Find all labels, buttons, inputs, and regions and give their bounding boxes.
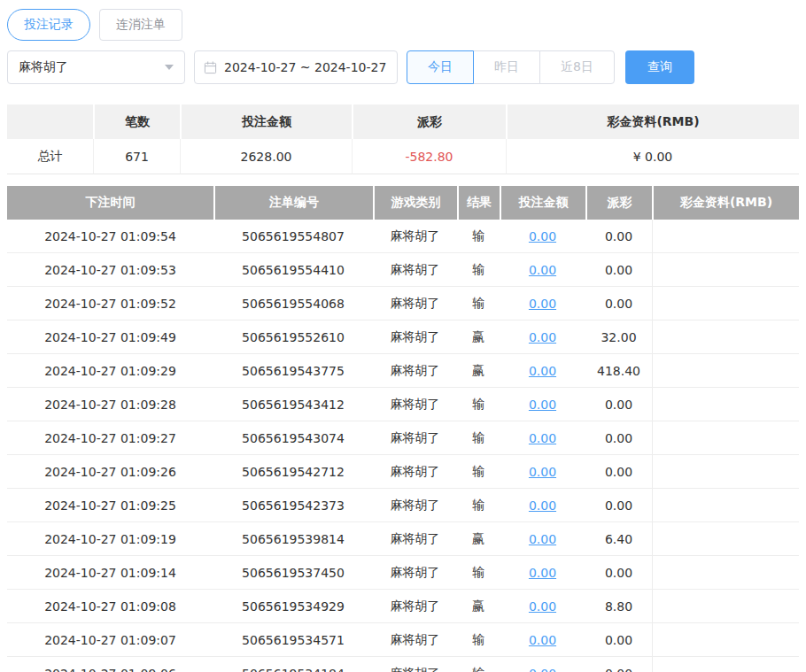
cell-time: 2024-10-27 01:09:06 bbox=[7, 657, 213, 672]
cell-time: 2024-10-27 01:09:08 bbox=[7, 590, 213, 622]
cell-bet-amount: 0.00 bbox=[500, 421, 585, 454]
cell-order-id: 5065619554807 bbox=[213, 220, 373, 252]
calendar-icon bbox=[204, 61, 217, 74]
summary-total-bet-amount: 2628.00 bbox=[180, 139, 352, 174]
tab-betting-records[interactable]: 投注记录 bbox=[7, 9, 90, 41]
bet-amount-link[interactable]: 0.00 bbox=[529, 263, 556, 277]
tab-cancelled-orders[interactable]: 连消注单 bbox=[99, 9, 182, 41]
summary-header-count: 笔数 bbox=[93, 104, 180, 139]
cell-order-id: 5065619542712 bbox=[213, 455, 373, 488]
cell-bet-amount: 0.00 bbox=[500, 522, 585, 555]
cell-payout: 0.00 bbox=[585, 287, 652, 320]
table-row: 2024-10-27 01:09:535065619554410麻将胡了输0.0… bbox=[7, 253, 799, 287]
cell-order-id: 5065619534929 bbox=[213, 590, 373, 622]
cell-time: 2024-10-27 01:09:14 bbox=[7, 556, 213, 589]
cell-payout: 0.00 bbox=[585, 388, 652, 421]
summary-header-bet-amount: 投注金额 bbox=[180, 104, 352, 139]
bet-amount-link[interactable]: 0.00 bbox=[529, 364, 556, 378]
bet-amount-link[interactable]: 0.00 bbox=[529, 229, 556, 243]
cell-bonus bbox=[652, 388, 799, 421]
cell-payout: 0.00 bbox=[585, 556, 652, 589]
cell-result: 赢 bbox=[457, 321, 500, 353]
cell-time: 2024-10-27 01:09:53 bbox=[7, 253, 213, 286]
bet-amount-link[interactable]: 0.00 bbox=[529, 431, 556, 445]
quick-btn-today[interactable]: 今日 bbox=[407, 50, 474, 84]
col-header-order-id: 注单编号 bbox=[213, 186, 373, 220]
table-row: 2024-10-27 01:09:495065619552610麻将胡了赢0.0… bbox=[7, 321, 799, 354]
bet-table: 下注时间 注单编号 游戏类别 结果 投注金额 派彩 彩金资料(RMB) 2024… bbox=[7, 186, 799, 672]
table-row: 2024-10-27 01:09:275065619543074麻将胡了输0.0… bbox=[7, 421, 799, 455]
cell-time: 2024-10-27 01:09:49 bbox=[7, 321, 213, 353]
col-header-result: 结果 bbox=[457, 186, 500, 220]
table-row: 2024-10-27 01:09:195065619539814麻将胡了赢0.0… bbox=[7, 522, 799, 556]
cell-order-id: 5065619554410 bbox=[213, 253, 373, 286]
cell-game: 麻将胡了 bbox=[373, 556, 457, 589]
bet-table-header: 下注时间 注单编号 游戏类别 结果 投注金额 派彩 彩金资料(RMB) bbox=[7, 186, 799, 220]
cell-bet-amount: 0.00 bbox=[500, 388, 585, 421]
search-button[interactable]: 查询 bbox=[625, 50, 694, 84]
quick-btn-last8days[interactable]: 近8日 bbox=[539, 50, 615, 84]
cell-time: 2024-10-27 01:09:54 bbox=[7, 220, 213, 252]
cell-bonus bbox=[652, 489, 799, 521]
cell-payout: 0.00 bbox=[585, 220, 652, 252]
summary-header-blank bbox=[7, 104, 93, 139]
summary-total-count: 671 bbox=[93, 139, 180, 174]
tabs-bar: 投注记录 连消注单 bbox=[7, 9, 799, 41]
table-row: 2024-10-27 01:09:145065619537450麻将胡了输0.0… bbox=[7, 556, 799, 590]
cell-result: 赢 bbox=[457, 522, 500, 555]
cell-bonus bbox=[652, 455, 799, 488]
cell-payout: 0.00 bbox=[585, 623, 652, 656]
cell-payout: 0.00 bbox=[585, 455, 652, 488]
bet-amount-link[interactable]: 0.00 bbox=[529, 498, 556, 513]
cell-result: 输 bbox=[457, 657, 500, 672]
table-row: 2024-10-27 01:09:295065619543775麻将胡了赢0.0… bbox=[7, 354, 799, 388]
cell-order-id: 5065619543412 bbox=[213, 388, 373, 421]
cell-game: 麻将胡了 bbox=[373, 287, 457, 320]
cell-payout: 0.00 bbox=[585, 253, 652, 286]
bet-amount-link[interactable]: 0.00 bbox=[529, 532, 556, 546]
cell-game: 麻将胡了 bbox=[373, 321, 457, 353]
cell-payout: 0.00 bbox=[585, 657, 652, 672]
cell-order-id: 5065619534184 bbox=[213, 657, 373, 672]
quick-btn-yesterday[interactable]: 昨日 bbox=[473, 50, 540, 84]
cell-bet-amount: 0.00 bbox=[500, 287, 585, 320]
cell-bonus bbox=[652, 220, 799, 252]
cell-payout: 0.00 bbox=[585, 489, 652, 521]
cell-bonus bbox=[652, 657, 799, 672]
table-row: 2024-10-27 01:09:075065619534571麻将胡了输0.0… bbox=[7, 623, 799, 657]
cell-game: 麻将胡了 bbox=[373, 354, 457, 387]
cell-payout: 418.40 bbox=[585, 354, 652, 387]
quick-range-group: 今日 昨日 近8日 bbox=[407, 50, 615, 84]
bet-amount-link[interactable]: 0.00 bbox=[529, 599, 556, 614]
col-header-bet-amount: 投注金额 bbox=[500, 186, 585, 220]
cell-time: 2024-10-27 01:09:26 bbox=[7, 455, 213, 488]
cell-bet-amount: 0.00 bbox=[500, 253, 585, 286]
bet-amount-link[interactable]: 0.00 bbox=[529, 330, 556, 344]
cell-payout: 0.00 bbox=[585, 421, 652, 454]
chevron-down-icon bbox=[165, 65, 174, 70]
bet-amount-link[interactable]: 0.00 bbox=[529, 633, 556, 647]
cell-order-id: 5065619539814 bbox=[213, 522, 373, 555]
cell-time: 2024-10-27 01:09:25 bbox=[7, 489, 213, 521]
cell-order-id: 5065619543775 bbox=[213, 354, 373, 387]
cell-payout: 6.40 bbox=[585, 522, 652, 555]
cell-result: 输 bbox=[457, 556, 500, 589]
bet-amount-link[interactable]: 0.00 bbox=[529, 667, 556, 672]
bet-amount-link[interactable]: 0.00 bbox=[529, 465, 556, 479]
bet-amount-link[interactable]: 0.00 bbox=[529, 566, 556, 580]
cell-bonus bbox=[652, 623, 799, 656]
cell-result: 输 bbox=[457, 287, 500, 320]
cell-order-id: 5065619554068 bbox=[213, 287, 373, 320]
table-row: 2024-10-27 01:09:545065619554807麻将胡了输0.0… bbox=[7, 220, 799, 253]
game-select[interactable]: 麻将胡了 bbox=[7, 50, 185, 84]
cell-order-id: 5065619537450 bbox=[213, 556, 373, 589]
date-range-picker[interactable]: 2024-10-27 ~ 2024-10-27 bbox=[194, 50, 398, 84]
bet-amount-link[interactable]: 0.00 bbox=[529, 398, 556, 412]
col-header-payout: 派彩 bbox=[585, 186, 652, 220]
cell-bonus bbox=[652, 287, 799, 320]
cell-bonus bbox=[652, 321, 799, 353]
bet-amount-link[interactable]: 0.00 bbox=[529, 297, 556, 311]
cell-payout: 8.80 bbox=[585, 590, 652, 622]
cell-bonus bbox=[652, 522, 799, 555]
summary-total-payout: -582.80 bbox=[352, 139, 506, 174]
